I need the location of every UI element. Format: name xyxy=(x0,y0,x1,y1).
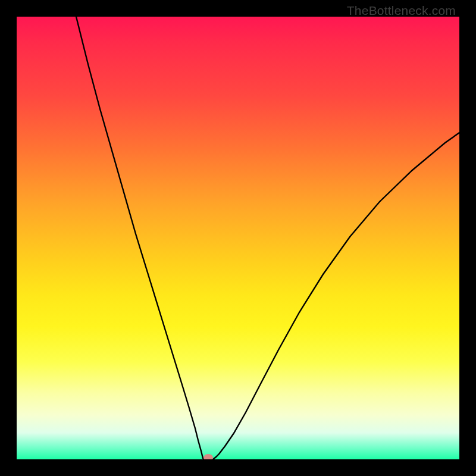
watermark-text: TheBottleneck.com xyxy=(347,4,456,18)
plot-area xyxy=(17,17,459,459)
vertex-marker xyxy=(203,454,213,459)
bottleneck-curve-right xyxy=(213,133,459,459)
chart-svg xyxy=(17,17,459,459)
bottleneck-curve-left xyxy=(76,17,205,459)
chart-frame: TheBottleneck.com xyxy=(0,0,476,476)
